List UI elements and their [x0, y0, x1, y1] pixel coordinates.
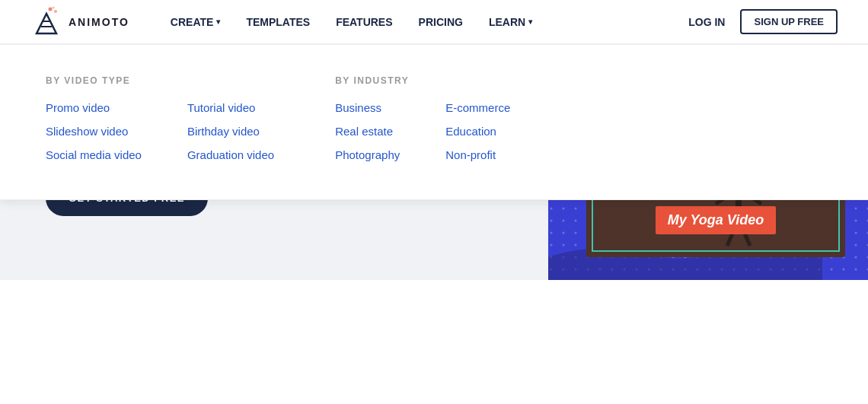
- by-video-type-section: BY VIDEO TYPE Promo video Slideshow vide…: [46, 75, 274, 161]
- industry-col2: E-commerce Education Non-profit: [445, 101, 510, 161]
- logo-icon: [30, 6, 62, 38]
- video-type-col2: Tutorial video Birthday video Graduation…: [187, 101, 274, 161]
- industry-col1: Business Real estate Photography: [335, 101, 400, 161]
- video-type-columns: Promo video Slideshow video Social media…: [46, 101, 274, 161]
- link-real-estate[interactable]: Real estate: [335, 125, 400, 138]
- svg-point-0: [49, 7, 53, 11]
- svg-point-1: [54, 10, 57, 13]
- signup-button[interactable]: SIGN UP FREE: [740, 9, 838, 34]
- logo-text: ANIMOTO: [69, 16, 129, 28]
- link-nonprofit[interactable]: Non-profit: [445, 148, 510, 161]
- nav-create[interactable]: CREATE ▾: [160, 10, 231, 34]
- link-social-media-video[interactable]: Social media video: [46, 148, 142, 161]
- link-ecommerce[interactable]: E-commerce: [445, 101, 510, 114]
- svg-marker-3: [37, 14, 56, 33]
- by-industry-title: BY INDUSTRY: [335, 75, 510, 86]
- svg-point-19: [855, 278, 868, 280]
- nav-learn[interactable]: LEARN ▾: [478, 10, 543, 34]
- video-title: My Yoga Video: [656, 206, 776, 234]
- svg-point-2: [53, 6, 55, 8]
- nav-templates[interactable]: TEMPLATES: [235, 10, 321, 34]
- by-industry-section: BY INDUSTRY Business Real estate Photogr…: [335, 75, 510, 161]
- link-tutorial-video[interactable]: Tutorial video: [187, 101, 274, 114]
- chevron-down-icon: ▾: [216, 17, 220, 26]
- logo[interactable]: ANIMOTO: [30, 6, 129, 38]
- link-promo-video[interactable]: Promo video: [46, 101, 142, 114]
- link-education[interactable]: Education: [445, 125, 510, 138]
- green-deco: [830, 250, 868, 280]
- chevron-down-icon-2: ▾: [528, 17, 532, 26]
- link-photography[interactable]: Photography: [335, 148, 400, 161]
- video-type-col1: Promo video Slideshow video Social media…: [46, 101, 142, 161]
- link-business[interactable]: Business: [335, 101, 400, 114]
- by-video-type-title: BY VIDEO TYPE: [46, 75, 274, 86]
- navbar: ANIMOTO CREATE ▾ TEMPLATES FEATURES PRIC…: [0, 0, 868, 44]
- nav-menu: CREATE ▾ TEMPLATES FEATURES PRICING LEAR…: [160, 10, 688, 34]
- create-dropdown: BY VIDEO TYPE Promo video Slideshow vide…: [0, 44, 868, 200]
- link-graduation-video[interactable]: Graduation video: [187, 148, 274, 161]
- nav-features[interactable]: FEATURES: [325, 10, 403, 34]
- navbar-right: LOG IN SIGN UP FREE: [688, 9, 838, 34]
- link-birthday-video[interactable]: Birthday video: [187, 125, 274, 138]
- link-slideshow-video[interactable]: Slideshow video: [46, 125, 142, 138]
- login-button[interactable]: LOG IN: [688, 16, 725, 28]
- nav-pricing[interactable]: PRICING: [408, 10, 474, 34]
- industry-columns: Business Real estate Photography E-comme…: [335, 101, 510, 161]
